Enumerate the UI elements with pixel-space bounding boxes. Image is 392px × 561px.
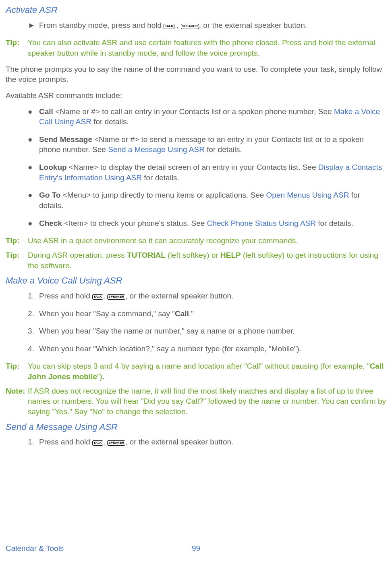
command-name: Call xyxy=(39,107,53,116)
list-item: 1. Press and hold TALK, SPEAKER, or the … xyxy=(28,437,386,447)
item-body: Go To <Menu> to jump directly to menu it… xyxy=(39,190,386,211)
text: , or the external speaker button. xyxy=(199,21,307,29)
command-name: Lookup xyxy=(39,163,67,171)
tip-label: Tip: xyxy=(6,38,28,58)
text: for details. xyxy=(142,173,179,182)
bullet-list: ● Call <Name or #> to call an entry in y… xyxy=(6,106,386,229)
list-item: 1. Press and hold TALK, SPEAKER, or the … xyxy=(28,291,386,301)
tip-label: Tip: xyxy=(6,236,28,246)
list-item: 3. When you hear "Say the name or number… xyxy=(28,326,386,336)
softkey-tutorial: TUTORIAL xyxy=(127,251,166,259)
tip-body: During ASR operation, press TUTORIAL (le… xyxy=(28,250,386,271)
item-body: Call <Name or #> to call an entry in you… xyxy=(39,106,386,127)
item-body: Check <Item> to check your phone's statu… xyxy=(39,218,386,229)
text: "). xyxy=(97,372,104,381)
command-name: Go To xyxy=(39,191,60,199)
paragraph: The phone prompts you to say the name of… xyxy=(6,64,386,85)
tip-row: Tip: You can also activate ASR and use c… xyxy=(6,38,386,58)
item-body: When you hear "Say the name or number," … xyxy=(39,326,386,336)
speaker-key-icon: SPEAKER xyxy=(181,24,199,29)
number-marker: 1. xyxy=(28,437,39,447)
tip-row: Tip: You can skip steps 3 and 4 by sayin… xyxy=(6,361,386,382)
text: , or the external speaker button. xyxy=(125,292,233,300)
note-row: Note: If ASR does not recognize the name… xyxy=(6,386,386,417)
paragraph: Available ASR commands include: xyxy=(6,90,386,101)
bullet-icon: ● xyxy=(28,190,39,211)
link-check-status[interactable]: Check Phone Status Using ASR xyxy=(207,219,316,227)
text: for details. xyxy=(91,117,129,126)
text: You can skip steps 3 and 4 by saying a n… xyxy=(28,362,370,370)
note-label: Note: xyxy=(6,386,28,417)
item-body: Send Message <Name or #> to send a messa… xyxy=(39,134,386,155)
item-body: Press and hold TALK, SPEAKER, or the ext… xyxy=(39,291,386,301)
text: <Name> to display the detail screen of a… xyxy=(67,163,318,171)
tip-body: You can also activate ASR and use certai… xyxy=(28,38,386,58)
text: , or the external speaker button. xyxy=(125,438,233,446)
bullet-icon: ● xyxy=(28,106,39,127)
speaker-key-icon: SPEAKER xyxy=(107,294,125,300)
text: ." xyxy=(189,309,194,318)
text: Press and hold xyxy=(39,292,92,300)
text: for details. xyxy=(205,145,242,154)
list-item: ● Check <Item> to check your phone's sta… xyxy=(28,218,386,229)
text: , xyxy=(103,438,108,446)
number-marker: 4. xyxy=(28,344,39,354)
number-marker: 2. xyxy=(28,309,39,319)
list-item: ● Go To <Menu> to jump directly to menu … xyxy=(28,190,386,211)
numbered-list: 1. Press and hold TALK, SPEAKER, or the … xyxy=(6,437,386,447)
text: for details. xyxy=(316,219,353,227)
talk-key-icon: TALK xyxy=(92,440,103,446)
tip-body: You can skip steps 3 and 4 by saying a n… xyxy=(28,361,386,382)
number-marker: 1. xyxy=(28,291,39,301)
bullet-icon: ● xyxy=(28,218,39,229)
text: , xyxy=(103,292,108,300)
tip-row: Tip: During ASR operation, press TUTORIA… xyxy=(6,250,386,271)
list-item: ● Lookup <Name> to display the detail sc… xyxy=(28,162,386,183)
arrow-body: From standby mode, press and hold TALK ,… xyxy=(39,20,386,31)
heading-activate-asr: Activate ASR xyxy=(6,4,386,16)
link-open-menus[interactable]: Open Menus Using ASR xyxy=(266,191,349,199)
command-word: Call xyxy=(175,309,189,318)
arrow-icon: ► xyxy=(28,20,39,31)
text: , xyxy=(174,21,181,29)
command-name: Check xyxy=(39,219,62,227)
arrow-item: ► From standby mode, press and hold TALK… xyxy=(28,20,386,31)
numbered-list: 1. Press and hold TALK, SPEAKER, or the … xyxy=(6,291,386,354)
list-item: 2. When you hear "Say a command," say "C… xyxy=(28,309,386,319)
softkey-help: HELP xyxy=(220,251,241,259)
talk-key-icon: TALK xyxy=(164,24,174,29)
note-body: If ASR does not recognize the name, it w… xyxy=(28,386,386,417)
text: <Menu> to jump directly to menu items or… xyxy=(60,191,266,199)
item-body: Lookup <Name> to display the detail scre… xyxy=(39,162,386,183)
link-send-message[interactable]: Send a Message Using ASR xyxy=(108,145,205,154)
text: When you hear "Say a command," say " xyxy=(39,309,175,318)
number-marker: 3. xyxy=(28,326,39,336)
tip-label: Tip: xyxy=(6,361,28,382)
list-item: 4. When you hear "Which location?," say … xyxy=(28,344,386,354)
tip-body: Use ASR in a quiet environment so it can… xyxy=(28,236,386,246)
item-body: When you hear "Which location?," say a n… xyxy=(39,344,386,354)
tip-row: Tip: Use ASR in a quiet environment so i… xyxy=(6,236,386,246)
item-body: When you hear "Say a command," say "Call… xyxy=(39,309,386,319)
text: (left softkey) or xyxy=(166,251,220,259)
command-name: Send Message xyxy=(39,135,92,144)
text: <Name or #> to call an entry in your Con… xyxy=(53,107,334,116)
tip-label: Tip: xyxy=(6,250,28,271)
bullet-icon: ● xyxy=(28,134,39,155)
arrow-list: ► From standby mode, press and hold TALK… xyxy=(6,20,386,31)
text: Press and hold xyxy=(39,438,92,446)
item-body: Press and hold TALK, SPEAKER, or the ext… xyxy=(39,437,386,447)
text: <Item> to check your phone's status. See xyxy=(62,219,207,227)
heading-send-message: Send a Message Using ASR xyxy=(6,421,386,433)
talk-key-icon: TALK xyxy=(92,294,103,300)
list-item: ● Call <Name or #> to call an entry in y… xyxy=(28,106,386,127)
speaker-key-icon: SPEAKER xyxy=(107,440,125,446)
list-item: ● Send Message <Name or #> to send a mes… xyxy=(28,134,386,155)
heading-make-voice-call: Make a Voice Call Using ASR xyxy=(6,275,386,287)
bullet-icon: ● xyxy=(28,162,39,183)
text: During ASR operation, press xyxy=(28,251,127,259)
text: From standby mode, press and hold xyxy=(39,21,164,29)
